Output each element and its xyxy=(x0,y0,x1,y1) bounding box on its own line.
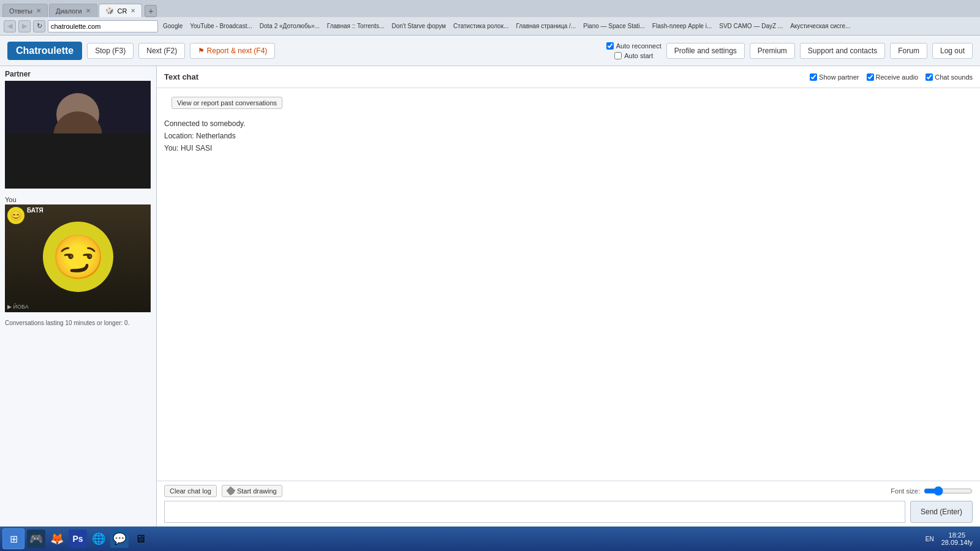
auto-reconnect-row: Auto reconnect xyxy=(606,42,662,50)
chat-controls-left: Clear chat log Start drawing xyxy=(164,485,282,497)
bookmarks-bar: Google YouTube - Broadcast... Dota 2 «До… xyxy=(160,22,976,30)
tab-close-icon[interactable]: ✕ xyxy=(86,7,91,14)
you-section-label: You xyxy=(0,193,156,204)
bookmark-torrents[interactable]: Главная :: Torrents... xyxy=(325,22,387,30)
taskbar-icon-chrome[interactable]: 🌐 xyxy=(89,530,108,548)
chat-header: Text chat Show partner Receive audio Cha… xyxy=(157,66,980,88)
receive-audio-label: Receive audio xyxy=(876,73,919,81)
receive-audio-option: Receive audio xyxy=(867,73,919,81)
chat-controls: Clear chat log Start drawing Font size: xyxy=(164,485,973,497)
chat-input-row: Send (Enter) xyxy=(164,501,973,523)
bookmark-acoustic[interactable]: Акустическая сисге... xyxy=(788,22,853,30)
auto-start-label: Auto start xyxy=(624,52,653,59)
premium-button[interactable]: Premium xyxy=(750,43,795,59)
right-panel: Text chat Show partner Receive audio Cha… xyxy=(157,66,980,527)
support-contacts-button[interactable]: Support and contacts xyxy=(800,43,885,59)
back-button[interactable]: ◀ xyxy=(4,20,16,32)
partner-video-display xyxy=(5,81,151,189)
bath-label: БАТЯ xyxy=(27,207,43,214)
bookmark-piano[interactable]: Piano — Space Stati... xyxy=(581,22,647,30)
tab-ответы[interactable]: Ответы ✕ xyxy=(2,4,48,17)
show-partner-option: Show partner xyxy=(810,73,859,81)
bookmark-flash[interactable]: Flash-плеер Apple i... xyxy=(650,22,714,30)
font-size-label: Font size: xyxy=(891,487,920,495)
chat-options: Show partner Receive audio Chat sounds xyxy=(810,73,973,81)
logout-button[interactable]: Log out xyxy=(932,43,973,59)
left-panel: Partner You 😊 БАТЯ 😏 ▶ ЙОБА Conversa xyxy=(0,66,157,527)
report-icon: ⚑ xyxy=(198,47,205,55)
chat-sounds-label: Chat sounds xyxy=(935,73,973,81)
tab-cr[interactable]: 🎲 CR ✕ xyxy=(99,4,143,17)
view-report-button[interactable]: View or report past conversations xyxy=(172,97,282,109)
show-partner-checkbox[interactable] xyxy=(810,73,817,81)
start-drawing-button[interactable]: Start drawing xyxy=(222,485,282,497)
tab-диалоги[interactable]: Диалоги ✕ xyxy=(49,4,97,17)
app-header: Chatroulette Stop (F3) Next (F2) ⚑ Repor… xyxy=(0,36,980,66)
forum-button[interactable]: Forum xyxy=(890,43,927,59)
tab-close-icon[interactable]: ✕ xyxy=(130,7,135,14)
main-layout: Partner You 😊 БАТЯ 😏 ▶ ЙОБА Conversa xyxy=(0,66,980,527)
new-tab-button[interactable]: + xyxy=(145,5,157,17)
profile-settings-button[interactable]: Profile and settings xyxy=(666,43,745,59)
bath-avatar: 😊 xyxy=(7,207,24,224)
auto-reconnect-checkbox[interactable] xyxy=(606,42,614,50)
browser-chrome: Ответы ✕ Диалоги ✕ 🎲 CR ✕ + ◀ ▶ ↻ Google… xyxy=(0,0,980,36)
report-next-button[interactable]: ⚑ Report & next (F4) xyxy=(190,43,275,59)
taskbar: ⊞ 🎮 🦊 Ps 🌐 💬 🖥 EN 18:25 28.09.14fy xyxy=(0,527,980,551)
auto-start-row: Auto start xyxy=(614,52,653,59)
chat-title: Text chat xyxy=(164,72,198,81)
receive-audio-checkbox[interactable] xyxy=(867,73,874,81)
taskbar-icon-ps[interactable]: Ps xyxy=(69,530,87,548)
bookmark-dontstarve[interactable]: Don't Starve форум xyxy=(389,22,448,30)
chat-input[interactable] xyxy=(164,501,905,523)
view-report-container: View or report past conversations xyxy=(157,88,980,115)
reload-button[interactable]: ↻ xyxy=(33,20,45,32)
taskbar-icon-steam[interactable]: 🎮 xyxy=(27,530,45,548)
you-video: 😊 БАТЯ 😏 ▶ ЙОБА xyxy=(5,204,151,312)
tab-bar: Ответы ✕ Диалоги ✕ 🎲 CR ✕ + xyxy=(0,0,980,17)
locale-label: EN xyxy=(925,536,934,542)
bookmark-google[interactable]: Google xyxy=(160,22,185,30)
forward-button[interactable]: ▶ xyxy=(18,20,31,32)
yoba-face: 😏 xyxy=(43,222,113,292)
tab-label: CR xyxy=(118,7,127,15)
send-button[interactable]: Send (Enter) xyxy=(910,501,973,523)
chat-sounds-option: Chat sounds xyxy=(925,73,973,81)
bookmark-svd[interactable]: SVD CAMO — DayZ ... xyxy=(717,22,785,30)
address-input[interactable] xyxy=(48,20,158,32)
font-size-slider[interactable] xyxy=(924,486,973,496)
font-size-control: Font size: xyxy=(891,486,973,496)
taskbar-clock: 18:25 28.09.14fy xyxy=(937,531,978,546)
clock-time: 18:25 xyxy=(941,531,973,539)
taskbar-icon-firefox[interactable]: 🦊 xyxy=(48,530,66,548)
bookmark-dota[interactable]: Dota 2 «Дотолюбь»... xyxy=(257,22,322,30)
bookmark-stats[interactable]: Статистика ролок... xyxy=(451,22,511,30)
message-you: You: HUI SASI xyxy=(164,142,973,154)
tab-close-icon[interactable]: ✕ xyxy=(36,7,41,14)
taskbar-icon-other[interactable]: 🖥 xyxy=(131,530,149,548)
show-partner-label: Show partner xyxy=(819,73,859,81)
start-button[interactable]: ⊞ xyxy=(2,528,24,549)
message-connected: Connected to somebody. xyxy=(164,118,973,130)
clock-date: 28.09.14fy xyxy=(941,539,973,546)
taskbar-sys-tray: EN 18:25 28.09.14fy xyxy=(925,531,978,546)
stop-button[interactable]: Stop (F3) xyxy=(87,43,134,59)
auto-start-checkbox[interactable] xyxy=(614,52,622,59)
auto-options: Auto reconnect Auto start xyxy=(606,42,662,59)
logo-button[interactable]: Chatroulette xyxy=(7,42,82,60)
chat-sounds-checkbox[interactable] xyxy=(925,73,933,81)
conversations-text: Conversations lasting 10 minutes or long… xyxy=(0,317,156,329)
tab-label: Диалоги xyxy=(56,7,82,15)
taskbar-icon-skype[interactable]: 💬 xyxy=(110,530,129,548)
tab-label: Ответы xyxy=(9,7,32,15)
message-location: Location: Netherlands xyxy=(164,130,973,142)
chat-messages: Connected to somebody. Location: Netherl… xyxy=(157,115,980,481)
chat-bottom: Clear chat log Start drawing Font size: … xyxy=(157,481,980,527)
next-button[interactable]: Next (F2) xyxy=(138,43,185,59)
tab-favicon: 🎲 xyxy=(105,7,114,15)
pencil-icon xyxy=(225,486,236,497)
clear-chat-button[interactable]: Clear chat log xyxy=(164,485,217,497)
partner-video xyxy=(5,81,151,189)
bookmark-main[interactable]: Главная страница /... xyxy=(513,22,578,30)
bookmark-youtube[interactable]: YouTube - Broadcast... xyxy=(187,22,255,30)
